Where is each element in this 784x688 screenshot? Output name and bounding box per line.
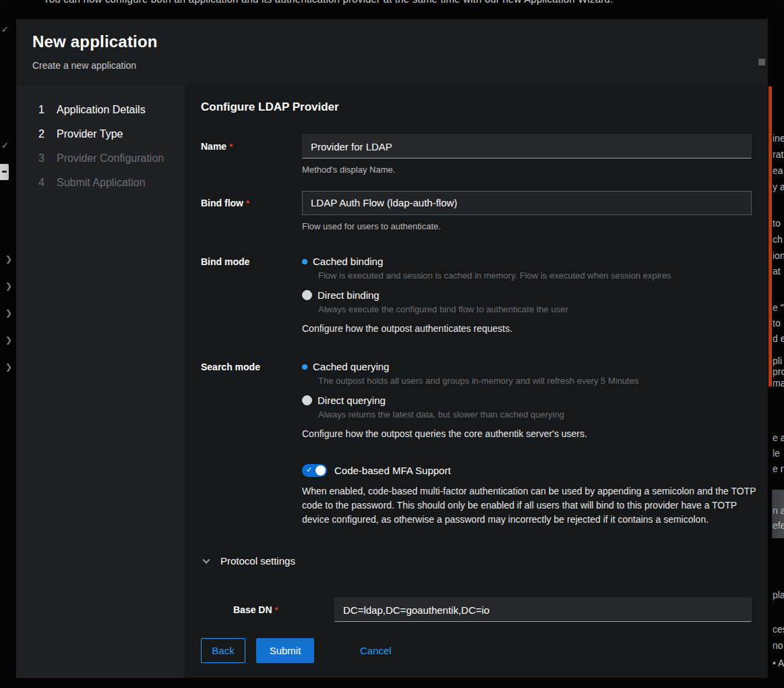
mfa-toggle-label: Code-based MFA Support bbox=[334, 465, 451, 476]
toggle-check-icon: ✓ bbox=[306, 465, 312, 474]
bind-mode-help-text: Configure how the outpost authenticates … bbox=[302, 323, 752, 334]
radio-unchecked-icon[interactable] bbox=[302, 395, 312, 405]
toggle-on-icon[interactable]: ✓ bbox=[302, 464, 327, 477]
check-icon: ✓ bbox=[1, 24, 9, 34]
background-text-fragment: efe bbox=[773, 520, 784, 531]
step-label: Provider Configuration bbox=[57, 152, 164, 165]
field-bind-mode-row: Bind mode Cached binding Flow is execute… bbox=[201, 256, 752, 334]
protocol-settings-expander[interactable]: Protocol settings bbox=[201, 555, 752, 567]
radio-unchecked-icon[interactable] bbox=[302, 290, 312, 300]
background-text-fragment: ces bbox=[773, 624, 784, 635]
bind-mode-label: Bind mode bbox=[201, 256, 302, 334]
header-corner-icon bbox=[758, 59, 765, 65]
name-label: Name* bbox=[201, 134, 302, 175]
radio-direct-binding[interactable]: Direct binding bbox=[302, 289, 752, 301]
mfa-toggle-row[interactable]: ✓ Code-based MFA Support bbox=[302, 464, 752, 477]
field-base-dn-row: Base DN* bbox=[233, 598, 752, 622]
wizard-step-application-details[interactable]: 1 Application Details bbox=[16, 98, 185, 122]
sidebar-active-item bbox=[0, 164, 9, 180]
field-mfa-row: ✓ Code-based MFA Support When enabled, c… bbox=[201, 459, 752, 527]
field-bind-flow-row: Bind flow* LDAP Auth Flow (ldap-auth-flo… bbox=[201, 191, 752, 231]
step-label: Submit Application bbox=[57, 177, 146, 189]
background-text-fragment: le bbox=[773, 448, 780, 459]
back-button[interactable]: Back bbox=[201, 638, 245, 663]
protocol-settings-body: Base DN* bbox=[201, 598, 752, 622]
protocol-settings-label: Protocol settings bbox=[220, 555, 295, 567]
step-number: 1 bbox=[38, 104, 47, 116]
background-text-fragment: e n bbox=[773, 463, 784, 474]
bind-flow-label: Bind flow* bbox=[201, 191, 302, 231]
new-application-wizard-modal: New application Create a new application… bbox=[16, 19, 768, 678]
background-text-fragment: ion bbox=[773, 250, 784, 261]
required-asterisk: * bbox=[229, 142, 233, 152]
radio-description: The outpost holds all users and groups i… bbox=[318, 376, 752, 386]
submit-button[interactable]: Submit bbox=[256, 638, 314, 663]
step-label: Application Details bbox=[57, 104, 146, 116]
chevron-right-icon: ❯ bbox=[5, 362, 12, 372]
wizard-step-nav: 1 Application Details 2 Provider Type 3 … bbox=[16, 86, 185, 678]
step-number: 2 bbox=[38, 128, 47, 140]
radio-description: Always execute the configured bind flow … bbox=[318, 304, 752, 314]
wizard-step-submit-application[interactable]: 4 Submit Application bbox=[16, 171, 185, 195]
update-banner-text: You can now configure both an applicatio… bbox=[43, 0, 613, 5]
wizard-step-provider-configuration[interactable]: 3 Provider Configuration bbox=[16, 146, 185, 171]
wizard-header: New application Create a new application bbox=[16, 19, 768, 86]
mfa-help-text: When enabled, code-based multi-factor au… bbox=[302, 484, 758, 527]
chevron-right-icon: ❯ bbox=[5, 308, 12, 318]
name-input[interactable] bbox=[302, 134, 752, 159]
chevron-right-icon: ❯ bbox=[5, 335, 12, 345]
wizard-title: New application bbox=[32, 32, 746, 51]
wizard-footer: Back Submit Cancel bbox=[201, 638, 396, 663]
page-title: Configure LDAP Provider bbox=[201, 101, 752, 114]
radio-checked-icon[interactable] bbox=[302, 259, 307, 264]
background-text-fragment: pli bbox=[773, 355, 782, 366]
bind-flow-help-text: Flow used for users to authenticate. bbox=[302, 221, 752, 231]
base-dn-label: Base DN* bbox=[233, 598, 334, 622]
step-number: 3 bbox=[38, 152, 47, 165]
background-text-fragment: ea bbox=[773, 165, 783, 176]
field-search-mode-row: Search mode Cached querying The outpost … bbox=[201, 361, 752, 439]
background-sidebar: ✓ ✓ ❯ ❯ ❯ ❯ ❯ bbox=[0, 0, 16, 688]
cancel-button[interactable]: Cancel bbox=[356, 638, 396, 663]
background-text-fragment: pla bbox=[773, 590, 784, 600]
background-text-fragment: e a bbox=[773, 432, 784, 443]
background-text-fragment: e "o bbox=[773, 302, 784, 313]
background-text-fragment: rat bbox=[773, 149, 783, 160]
chevron-right-icon: ❯ bbox=[5, 254, 12, 264]
required-asterisk: * bbox=[275, 605, 278, 615]
search-mode-help-text: Configure how the outpost queries the co… bbox=[302, 428, 752, 439]
wizard-subtitle: Create a new application bbox=[32, 60, 746, 71]
radio-description: Always returns the latest data, but slow… bbox=[318, 409, 752, 420]
chevron-right-icon: ❯ bbox=[5, 281, 12, 291]
background-text-fragment: y a bbox=[773, 181, 784, 192]
step-label: Provider Type bbox=[57, 128, 123, 140]
radio-cached-querying[interactable]: Cached querying bbox=[302, 361, 752, 372]
background-text-fragment: ch bbox=[773, 234, 783, 245]
bind-flow-select[interactable]: LDAP Auth Flow (ldap-auth-flow) bbox=[302, 191, 752, 215]
base-dn-input[interactable] bbox=[334, 598, 752, 622]
field-name-row: Name* Method's display Name. bbox=[201, 134, 752, 175]
radio-direct-querying[interactable]: Direct querying bbox=[302, 395, 752, 406]
required-asterisk: * bbox=[246, 198, 249, 208]
background-text-fragment: d e bbox=[773, 333, 784, 344]
search-mode-label: Search mode bbox=[201, 361, 302, 439]
background-text-fragment: no bbox=[773, 640, 783, 651]
background-text-fragment: • A valid Launch UR bbox=[773, 658, 784, 668]
background-text-fragment: pro bbox=[773, 366, 784, 377]
radio-checked-icon[interactable] bbox=[302, 364, 307, 370]
wizard-content: Configure LDAP Provider Name* Method's d… bbox=[185, 86, 768, 678]
radio-cached-binding[interactable]: Cached binding bbox=[302, 256, 752, 267]
toggle-knob bbox=[315, 465, 326, 476]
background-text-fragment: ma bbox=[773, 378, 784, 389]
background-text-fragment: to bbox=[773, 318, 781, 328]
background-text-fragment: n a bbox=[773, 505, 784, 516]
name-help-text: Method's display Name. bbox=[302, 165, 752, 175]
page-scrollbar-thumb[interactable] bbox=[768, 86, 772, 386]
background-text-fragment: ine bbox=[773, 133, 784, 144]
radio-description: Flow is executed and session is cached i… bbox=[318, 270, 752, 281]
background-text-fragment: to bbox=[773, 218, 781, 229]
wizard-step-provider-type[interactable]: 2 Provider Type bbox=[16, 122, 185, 146]
step-number: 4 bbox=[38, 177, 47, 189]
chevron-down-icon[interactable] bbox=[202, 556, 210, 563]
check-icon: ✓ bbox=[1, 140, 9, 150]
